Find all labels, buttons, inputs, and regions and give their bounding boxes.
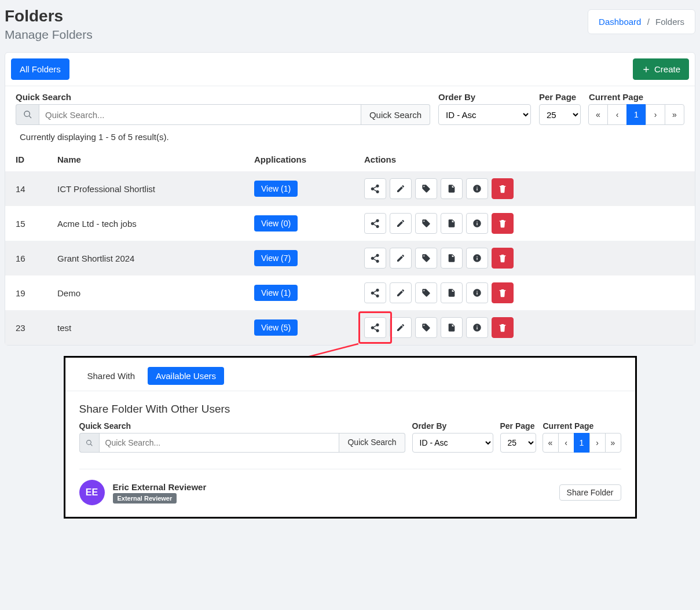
plus-icon xyxy=(642,65,651,74)
share-button[interactable] xyxy=(364,282,386,303)
share-icon xyxy=(371,323,380,332)
per-page-select[interactable]: 25 xyxy=(539,104,581,125)
info-button[interactable] xyxy=(466,248,488,269)
modal-pager-prev[interactable]: ‹ xyxy=(558,433,574,453)
delete-button[interactable] xyxy=(492,282,514,303)
cell-applications: View (5) xyxy=(248,310,358,345)
breadcrumb-current: Folders xyxy=(655,17,684,27)
cell-name: Grant Shortlist 2024 xyxy=(52,241,248,275)
modal-pager-page-1[interactable]: 1 xyxy=(574,433,590,453)
create-button-label: Create xyxy=(654,63,680,75)
delete-button[interactable] xyxy=(492,213,514,234)
share-icon xyxy=(371,288,380,297)
folders-table: ID Name Applications Actions 14ICT Profe… xyxy=(5,148,695,345)
view-button[interactable]: View (1) xyxy=(254,181,298,197)
share-folder-button[interactable]: Share Folder xyxy=(559,484,621,501)
modal-quick-search-input[interactable] xyxy=(99,433,340,453)
breadcrumb-dashboard[interactable]: Dashboard xyxy=(599,17,641,27)
edit-button[interactable] xyxy=(390,317,412,338)
delete-button[interactable] xyxy=(492,178,514,199)
cell-name: ICT Professional Shortlist xyxy=(52,171,248,206)
info-button[interactable] xyxy=(466,317,488,338)
page-title: Folders xyxy=(5,7,93,25)
modal-pager-last[interactable]: » xyxy=(605,433,621,453)
pager-page-1[interactable]: 1 xyxy=(626,104,646,125)
cell-id: 15 xyxy=(5,206,52,241)
tag-button[interactable] xyxy=(415,282,437,303)
table-row: 15Acme Ltd - tech jobsView (0) xyxy=(5,206,695,241)
cell-actions xyxy=(358,275,695,310)
file-icon xyxy=(447,219,456,228)
view-button[interactable]: View (5) xyxy=(254,319,298,336)
per-page-label: Per Page xyxy=(539,92,581,102)
folders-card: All Folders Create Quick Search Quick Se… xyxy=(5,52,695,346)
edit-button[interactable] xyxy=(390,213,412,234)
breadcrumb: Dashboard / Folders xyxy=(588,9,695,34)
cell-applications: View (1) xyxy=(248,275,358,310)
quick-search-button[interactable]: Quick Search xyxy=(361,104,430,125)
modal-order-by-select[interactable]: ID - Asc xyxy=(412,433,493,453)
quick-search-input[interactable] xyxy=(39,104,361,125)
file-button[interactable] xyxy=(441,178,463,199)
tab-available-users[interactable]: Available Users xyxy=(148,367,224,385)
col-id: ID xyxy=(5,148,52,171)
file-button[interactable] xyxy=(441,317,463,338)
tab-shared-with[interactable]: Shared With xyxy=(79,367,144,385)
pager-first[interactable]: « xyxy=(588,104,608,125)
edit-button[interactable] xyxy=(390,282,412,303)
order-by-label: Order By xyxy=(438,92,531,102)
tag-button[interactable] xyxy=(415,178,437,199)
cell-name: test xyxy=(52,310,248,345)
edit-icon xyxy=(396,219,405,228)
current-page-label: Current Page xyxy=(589,92,684,102)
pager-next[interactable]: › xyxy=(646,104,665,125)
modal-pager-next[interactable]: › xyxy=(589,433,606,453)
view-button[interactable]: View (1) xyxy=(254,285,298,301)
delete-button[interactable] xyxy=(492,248,514,269)
modal-quick-search-label: Quick Search xyxy=(79,421,405,431)
all-folders-button[interactable]: All Folders xyxy=(11,58,69,80)
delete-button[interactable] xyxy=(492,317,514,338)
info-button[interactable] xyxy=(466,178,488,199)
tag-button[interactable] xyxy=(415,248,437,269)
file-button[interactable] xyxy=(441,213,463,234)
results-count: Currently displaying 1 - 5 of 5 result(s… xyxy=(5,132,695,148)
edit-icon xyxy=(396,184,405,193)
user-role-badge: External Reviewer xyxy=(113,493,177,504)
tag-icon xyxy=(422,323,431,332)
info-button[interactable] xyxy=(466,282,488,303)
edit-button[interactable] xyxy=(390,248,412,269)
tag-button[interactable] xyxy=(415,213,437,234)
pager: « ‹ 1 › » xyxy=(589,104,684,125)
search-icon xyxy=(23,110,32,119)
edit-icon xyxy=(396,288,405,297)
edit-icon xyxy=(396,323,405,332)
file-button[interactable] xyxy=(441,248,463,269)
create-button[interactable]: Create xyxy=(633,58,689,80)
share-button[interactable] xyxy=(364,248,386,269)
tag-button[interactable] xyxy=(415,317,437,338)
cell-name: Acme Ltd - tech jobs xyxy=(52,206,248,241)
share-button[interactable] xyxy=(364,178,386,199)
modal-per-page-label: Per Page xyxy=(500,421,536,431)
share-button[interactable] xyxy=(364,317,386,338)
modal-per-page-select[interactable]: 25 xyxy=(500,433,536,453)
share-icon xyxy=(371,184,380,193)
modal-pager-first[interactable]: « xyxy=(543,433,559,453)
modal-current-page-label: Current Page xyxy=(543,421,621,431)
pager-prev[interactable]: ‹ xyxy=(607,104,627,125)
table-row: 23testView (5) xyxy=(5,310,695,345)
cell-id: 16 xyxy=(5,241,52,275)
edit-button[interactable] xyxy=(390,178,412,199)
file-button[interactable] xyxy=(441,282,463,303)
view-button[interactable]: View (7) xyxy=(254,250,298,266)
info-button[interactable] xyxy=(466,213,488,234)
modal-quick-search-button[interactable]: Quick Search xyxy=(339,433,405,453)
share-button[interactable] xyxy=(364,213,386,234)
cell-actions xyxy=(358,206,695,241)
search-icon xyxy=(86,439,93,447)
view-button[interactable]: View (0) xyxy=(254,215,298,231)
order-by-select[interactable]: ID - Asc xyxy=(438,104,531,125)
share-modal: Shared With Available Users Share Folder… xyxy=(64,356,637,519)
pager-last[interactable]: » xyxy=(665,104,684,125)
